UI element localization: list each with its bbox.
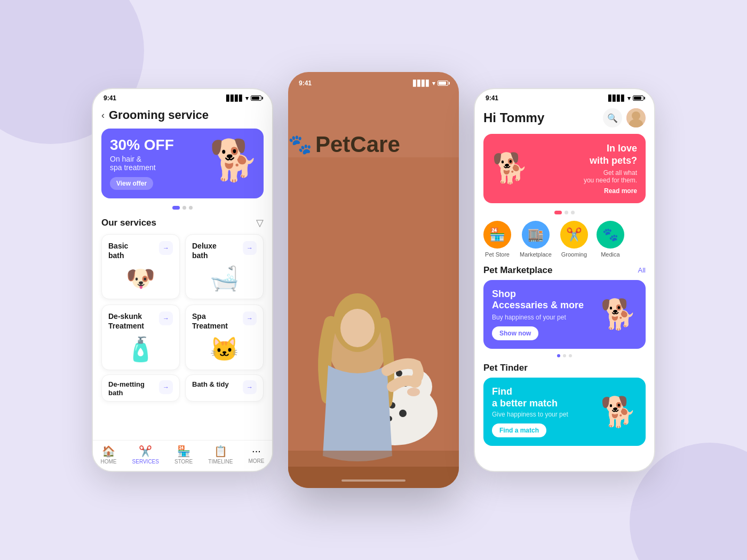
pet-marketplace-all[interactable]: All [638,266,646,274]
mkt-dot-2 [563,354,566,357]
market-subtitle: Buy happiness of your pet [492,314,600,321]
nav-services-label: SERVICES [132,459,159,465]
search-button[interactable]: 🔍 [603,108,622,127]
market-dots [475,354,654,357]
nav-timeline[interactable]: 📋 TIMELINE [208,445,233,465]
phone-petcare-splash: 9:41 ▋▋▋▋ ▾ 🐾 PetCare [288,72,459,488]
time-right: 9:41 [486,94,498,102]
back-button[interactable]: ‹ [101,110,105,121]
tinder-text: Finda better match Give happiness to you… [492,386,600,437]
hero-subtitle: Get all whatyou need for them. [533,169,637,184]
service-name-bathtidy: Bath & tidy [192,380,229,389]
category-medical[interactable]: 🐾 Medica [597,221,624,258]
phones-container: 9:41 ▋▋▋▋ ▾ ‹ Grooming service 30% OFF O… [92,72,655,488]
medical-icon: 🐾 [602,227,618,242]
nav-services[interactable]: ✂️ SERVICES [132,445,159,465]
service-card-deluxe-bath[interactable]: Deluxebath → 🛁 [185,234,264,299]
category-pet-store[interactable]: 🏪 Pet Store [483,221,511,258]
tinder-title: Finda better match [492,386,600,409]
service-card-bathtidy[interactable]: Bath & tidy → [185,374,264,402]
paw-icon: 🐾 [288,133,312,156]
right-header: Hi Tommy 🔍 [475,104,654,134]
marketplace-icon: 🏬 [528,227,544,242]
store-icon: 🏪 [177,445,190,458]
service-arrow-bathtidy: → [243,380,257,394]
nav-store[interactable]: 🏪 STORE [174,445,193,465]
hero-illustration [288,157,459,488]
grooming-label: Grooming [561,251,587,258]
wifi-center: ▾ [432,80,435,87]
status-bar-left: 9:41 ▋▋▋▋ ▾ [93,89,272,104]
show-now-button[interactable]: Show now [492,326,538,340]
svg-point-8 [407,388,420,396]
wifi-right: ▾ [627,95,631,102]
grooming-icon: ✂️ [566,227,582,242]
service-card-spa[interactable]: SpaTreatment → 🐱 [185,305,264,370]
hero-banner-text: In lovewith pets? Get all whatyou need f… [533,142,637,195]
logo-pet: Pet [315,132,350,157]
mkt-dot-1 [557,354,560,357]
svg-point-14 [340,309,375,347]
services-grid: Basicbath → 🐶 Deluxebath → 🛁 De-skunkTre… [93,234,272,370]
medical-label: Medica [601,251,619,258]
dot-2 [182,206,186,210]
phone-home-dashboard: 9:41 ▋▋▋▋ ▾ Hi Tommy 🔍 [474,88,655,472]
woman-dog-svg [288,157,459,488]
service-card-demetting[interactable]: De-mettingbath → [101,374,180,402]
time-left: 9:41 [104,94,116,102]
category-marketplace[interactable]: 🏬 Marketplace [520,221,552,258]
bottom-nav-left: 🏠 HOME ✂️ SERVICES 🏪 STORE 📋 TIMELINE ··… [93,440,272,471]
pet-store-icon-wrap: 🏪 [483,221,511,249]
category-grooming[interactable]: ✂️ Grooming [560,221,588,258]
hero-dot-2 [565,211,568,214]
hero-title: In lovewith pets? [533,142,637,167]
svg-rect-17 [288,467,459,488]
medical-icon-wrap: 🐾 [597,221,624,249]
home-indicator-center [341,479,406,482]
avatar-image[interactable] [626,108,646,127]
marketplace-banner: ShopAccessaries & more Buy happiness of … [483,280,646,349]
pet-tinder-title: Pet Tinder [483,363,528,373]
service-icon-basic: 🐶 [108,265,173,292]
service-partial-row: De-mettingbath → Bath & tidy → [93,370,272,402]
banner-dots [93,206,272,210]
pet-store-icon: 🏪 [489,227,505,242]
read-more-link[interactable]: Read more [533,187,637,195]
hero-banner-dots [475,211,654,214]
view-offer-button[interactable]: View offer [110,177,153,190]
service-arrow-deskunk: → [159,311,173,325]
timeline-icon: 📋 [214,445,227,458]
promo-banner: 30% OFF On hair &spa treatment View offe… [101,129,264,198]
nav-more[interactable]: ··· MORE [248,445,264,465]
service-name-demetting: De-mettingbath [108,380,145,398]
time-center: 9:41 [299,79,312,87]
categories-row: 🏪 Pet Store 🏬 Marketplace ✂️ Grooming 🐾 [475,221,654,265]
mkt-dot-3 [569,354,572,357]
nav-home[interactable]: 🏠 HOME [101,445,117,465]
promo-dog-image: 🐕 [209,137,259,184]
signal-center: ▋▋▋▋ [413,80,430,87]
service-card-basic-bath[interactable]: Basicbath → 🐶 [101,234,180,299]
nav-timeline-label: TIMELINE [208,459,233,465]
filter-icon[interactable]: ▽ [256,217,264,229]
pet-marketplace-header: Pet Marketplace All [475,265,654,280]
hero-dot-1 [554,211,562,214]
greeting-text: Hi Tommy [483,110,544,125]
market-dog-image: 🐕 [600,297,637,332]
status-bar-right: 9:41 ▋▋▋▋ ▾ [475,89,654,104]
service-card-deskunk[interactable]: De-skunkTreatment → 🧴 [101,305,180,370]
hero-banner: 🐕 In lovewith pets? Get all whatyou need… [483,134,646,203]
status-icons-center: ▋▋▋▋ ▾ [413,80,448,87]
status-bar-center: 9:41 ▋▋▋▋ ▾ [288,72,459,89]
dot-3 [189,206,193,210]
find-match-button[interactable]: Find a match [492,423,546,437]
service-arrow-spa: → [243,311,257,325]
battery-icon [251,95,261,101]
service-name-basic: Basicbath [108,241,128,260]
battery-center [438,81,448,86]
marketplace-banner-text: ShopAccessaries & more Buy happiness of … [492,289,600,340]
svg-point-19 [632,111,640,120]
signal-icon: ▋▋▋▋ [226,95,243,102]
service-name-spa: SpaTreatment [192,311,228,331]
wifi-icon: ▾ [245,95,249,102]
